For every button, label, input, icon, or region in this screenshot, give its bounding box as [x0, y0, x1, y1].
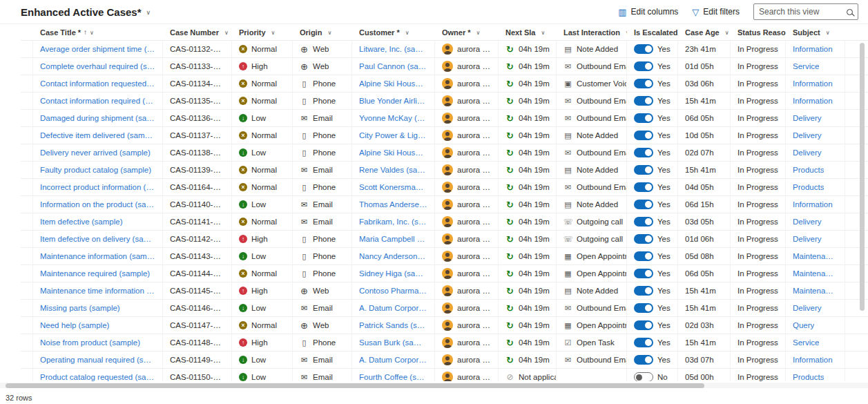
subject-link[interactable]: Information — [793, 200, 833, 209]
customer-link[interactable]: Thomas Andersen (sample) — [359, 200, 427, 209]
is-escalated-toggle[interactable] — [634, 182, 653, 192]
customer-link[interactable]: Sidney Higa (sample) — [359, 269, 427, 278]
table-row[interactable]: Defective item delivered (sample) CAS-01… — [21, 127, 868, 144]
case-title-link[interactable]: Faulty product catalog (sample) — [40, 166, 151, 174]
row-select[interactable] — [21, 110, 33, 126]
table-row[interactable]: Contact information requested (sample) C… — [21, 75, 868, 93]
subject-link[interactable]: Products — [793, 183, 824, 191]
vertical-scrollbar[interactable] — [860, 43, 865, 380]
column-header[interactable]: Case Number ∨ — [163, 28, 232, 37]
case-title-link[interactable]: Maintenance information (sample) — [40, 252, 155, 260]
customer-link[interactable]: Maria Campbell (sample) — [359, 235, 427, 243]
subject-link[interactable]: Maintenance — [793, 269, 838, 278]
is-escalated-toggle[interactable] — [634, 96, 653, 106]
column-header[interactable]: Customer * ∨ — [352, 28, 435, 37]
is-escalated-toggle[interactable] — [634, 61, 653, 71]
vertical-scrollbar-thumb[interactable] — [860, 43, 865, 311]
case-title-link[interactable]: Maintenance required (sample) — [40, 269, 150, 278]
customer-link[interactable]: Contoso Pharmaceuticals (sample) — [359, 287, 427, 295]
is-escalated-toggle[interactable] — [634, 303, 653, 313]
is-escalated-toggle[interactable] — [634, 79, 653, 88]
case-title-link[interactable]: Complete overhaul required (sample) — [40, 62, 155, 70]
subject-link[interactable]: Products — [793, 166, 824, 174]
is-escalated-toggle[interactable] — [634, 200, 653, 209]
is-escalated-toggle[interactable] — [634, 131, 653, 140]
is-escalated-toggle[interactable] — [634, 372, 653, 381]
subject-link[interactable]: Maintenance — [793, 252, 838, 260]
customer-link[interactable]: City Power & Light (sample) — [359, 131, 427, 140]
is-escalated-toggle[interactable] — [634, 165, 653, 175]
row-select[interactable] — [21, 248, 33, 264]
customer-link[interactable]: Paul Cannon (sample) — [359, 62, 427, 70]
customer-link[interactable]: Nancy Anderson (sample) — [359, 252, 427, 260]
customer-link[interactable]: Susan Burk (sample) — [359, 338, 427, 347]
table-row[interactable]: Maintenance required (sample) CAS-01144-… — [21, 265, 868, 282]
column-header[interactable]: Is Escalated ∨ — [627, 28, 678, 37]
edit-filters-button[interactable]: ▽ Edit filters — [692, 7, 740, 17]
row-select[interactable] — [21, 58, 33, 75]
subject-link[interactable]: Query — [793, 321, 814, 329]
customer-link[interactable]: Blue Yonder Airlines (sample) — [359, 97, 427, 105]
row-select[interactable] — [21, 369, 33, 381]
case-title-link[interactable]: Item defective (sample) — [40, 218, 123, 226]
customer-link[interactable]: A. Datum Corporation (sample) — [359, 356, 427, 364]
is-escalated-toggle[interactable] — [634, 355, 653, 365]
is-escalated-toggle[interactable] — [634, 234, 653, 244]
column-header[interactable]: Next Sla ∨ — [499, 28, 557, 37]
table-row[interactable]: Item defective (sample) CAS-01141-J1B8G7… — [21, 213, 868, 231]
case-title-link[interactable]: Damaged during shipment (sample) — [40, 114, 155, 122]
case-title-link[interactable]: Average order shipment time (sample) — [40, 45, 155, 53]
table-row[interactable]: Operating manual required (sample) CAS-0… — [21, 352, 868, 369]
is-escalated-toggle[interactable] — [634, 148, 653, 157]
table-row[interactable]: Information on the product (sample) CAS-… — [21, 196, 868, 213]
customer-link[interactable]: Patrick Sands (sample) — [359, 321, 427, 329]
row-select[interactable] — [21, 282, 33, 299]
column-header[interactable]: Owner * ∨ — [435, 28, 499, 37]
column-header[interactable]: Subject ∨ — [786, 28, 845, 37]
subject-link[interactable]: Delivery — [793, 218, 822, 226]
case-title-link[interactable]: Delivery never arrived (sample) — [40, 148, 151, 157]
case-title-link[interactable]: Missing parts (sample) — [40, 304, 120, 312]
table-row[interactable]: Missing parts (sample) CAS-01146-J9G5Q6 … — [21, 300, 868, 317]
case-title-link[interactable]: Operating manual required (sample) — [40, 356, 155, 364]
row-select[interactable] — [21, 231, 33, 247]
subject-link[interactable]: Information — [793, 97, 833, 105]
customer-link[interactable]: Alpine Ski House (sample) — [359, 79, 427, 88]
row-select[interactable] — [21, 75, 33, 92]
subject-link[interactable]: Delivery — [793, 114, 822, 122]
row-select[interactable] — [21, 317, 33, 334]
customer-link[interactable]: A. Datum Corporation (sample) — [359, 304, 427, 312]
subject-link[interactable]: Delivery — [793, 235, 822, 243]
subject-link[interactable]: Maintenance — [793, 287, 838, 295]
subject-link[interactable]: Information — [793, 356, 833, 364]
case-title-link[interactable]: Maintenance time information required (s… — [40, 287, 155, 295]
table-row[interactable]: Delivery never arrived (sample) CAS-0113… — [21, 144, 868, 162]
is-escalated-toggle[interactable] — [634, 113, 653, 123]
row-select[interactable] — [21, 179, 33, 195]
table-row[interactable]: Complete overhaul required (sample) CAS-… — [21, 58, 868, 75]
customer-link[interactable]: Scott Konersmann (sample) — [359, 183, 427, 191]
subject-link[interactable]: Delivery — [793, 304, 822, 312]
table-row[interactable]: Damaged during shipment (sample) CAS-011… — [21, 110, 868, 127]
row-select[interactable] — [21, 41, 33, 57]
column-header[interactable]: Case Age ∨ — [678, 28, 731, 37]
view-selector[interactable]: Enhanced Active Cases* ∨ — [21, 6, 151, 18]
customer-link[interactable]: Yvonne McKay (sample) — [359, 114, 427, 122]
case-title-link[interactable]: Information on the product (sample) — [40, 200, 155, 209]
row-select[interactable] — [21, 144, 33, 161]
is-escalated-toggle[interactable] — [634, 217, 653, 227]
table-row[interactable]: Average order shipment time (sample) CAS… — [21, 41, 868, 58]
is-escalated-toggle[interactable] — [634, 44, 653, 54]
horizontal-scrollbar[interactable] — [0, 383, 868, 388]
customer-link[interactable]: Fourth Coffee (sample) — [359, 373, 427, 381]
is-escalated-toggle[interactable] — [634, 251, 653, 261]
column-header[interactable]: Priority ∨ — [232, 28, 293, 37]
search-input[interactable] — [759, 7, 844, 17]
table-row[interactable]: Item defective on delivery (sample) CAS-… — [21, 231, 868, 248]
edit-columns-button[interactable]: ▥ Edit columns — [618, 7, 678, 17]
case-title-link[interactable]: Incorrect product information (sample) — [40, 183, 155, 191]
table-row[interactable]: Product catalog requested (sample) CAS-0… — [21, 369, 868, 381]
subject-link[interactable]: Delivery — [793, 148, 822, 157]
table-row[interactable]: Maintenance time information required (s… — [21, 282, 868, 300]
row-select[interactable] — [21, 93, 33, 109]
